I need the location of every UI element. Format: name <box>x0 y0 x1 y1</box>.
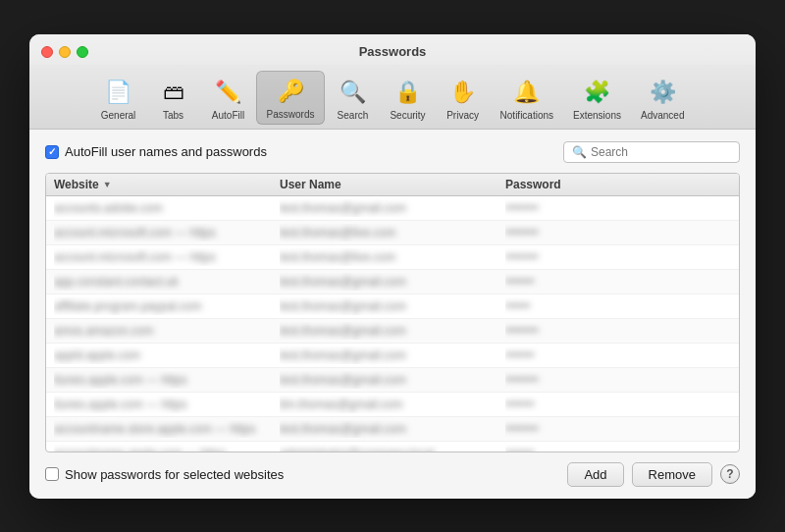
tabs-icon: 🗃 <box>158 77 189 108</box>
toolbar-item-tabs[interactable]: 🗃Tabs <box>146 73 201 125</box>
traffic-lights <box>41 46 88 58</box>
username-cell: administrator@company.local <box>280 445 505 452</box>
maximize-button[interactable] <box>77 46 88 58</box>
password-cell: ••••••• <box>505 273 731 291</box>
show-passwords-checkbox[interactable] <box>45 467 59 481</box>
table-body: accounts.adobe.comtest.thomas@gmail.com•… <box>46 196 739 452</box>
advanced-icon: ⚙️ <box>647 77 678 108</box>
password-cell: •••••••• <box>505 420 731 438</box>
website-cell: accountname.apple.com — https <box>54 445 280 452</box>
username-cell: test.thomas@gmail.com <box>280 346 505 364</box>
username-cell: test.thomas@gmail.com <box>280 297 505 315</box>
password-cell: •••••• <box>505 297 731 315</box>
username-column-header[interactable]: User Name <box>280 178 505 191</box>
window-title: Passwords <box>29 44 756 65</box>
website-cell: affiliate.program.paypal.com <box>54 297 280 315</box>
toolbar-label-privacy: Privacy <box>446 110 479 121</box>
bottom-buttons: Add Remove ? <box>567 462 740 487</box>
username-cell: test.thomas@live.com <box>280 248 505 266</box>
toolbar-item-general[interactable]: 📄General <box>91 73 146 125</box>
password-cell: ••••••• <box>505 445 731 452</box>
close-button[interactable] <box>41 46 53 58</box>
table-row[interactable]: account.microsoft.com — httpstest.thomas… <box>46 245 739 270</box>
table-row[interactable]: itunes.apple.com — httpstest.thomas@gmai… <box>46 368 739 393</box>
table-row[interactable]: appld.apple.comtest.thomas@gmail.com••••… <box>46 344 739 368</box>
main-window: Passwords 📄General🗃Tabs✏️AutoFill🔑Passwo… <box>29 34 756 499</box>
autofill-label: AutoFill user names and passwords <box>65 144 267 159</box>
username-cell: test.thomas@gmail.com <box>280 420 505 438</box>
website-cell: account.microsoft.com — https <box>54 224 280 241</box>
toolbar-label-extensions: Extensions <box>573 110 621 121</box>
add-button[interactable]: Add <box>567 462 623 487</box>
username-cell: tim.thomas@gmail.com <box>280 396 505 413</box>
toolbar-label-tabs: Tabs <box>163 110 183 121</box>
autofill-icon: ✏️ <box>213 77 244 108</box>
help-button[interactable]: ? <box>720 464 740 484</box>
table-row[interactable]: amos.amazon.comtest.thomas@gmail.com••••… <box>46 319 739 344</box>
show-passwords-label: Show passwords for selected websites <box>65 467 284 482</box>
table-header: Website ▼ User Name Password <box>46 174 739 196</box>
password-cell: •••••••• <box>505 224 731 241</box>
password-column-header[interactable]: Password <box>505 178 731 191</box>
website-column-header[interactable]: Website ▼ <box>54 178 280 191</box>
toolbar-item-extensions[interactable]: 🧩Extensions <box>563 73 631 125</box>
autofill-checkbox-group[interactable]: AutoFill user names and passwords <box>45 144 267 159</box>
bottom-bar: Show passwords for selected websites Add… <box>45 462 740 487</box>
toolbar-item-passwords[interactable]: 🔑Passwords <box>256 71 326 125</box>
toolbar-item-search[interactable]: 🔍Search <box>325 73 380 125</box>
password-cell: •••••••• <box>505 322 731 340</box>
username-cell: test.thomas@gmail.com <box>280 199 505 217</box>
toolbar-label-passwords: Passwords <box>267 109 315 120</box>
password-cell: ••••••• <box>505 396 731 413</box>
toolbar-item-advanced[interactable]: ⚙️Advanced <box>631 73 694 125</box>
notifications-icon: 🔔 <box>511 77 543 108</box>
toolbar-label-autofill: AutoFill <box>212 110 244 121</box>
username-cell: test.thomas@live.com <box>280 224 505 241</box>
toolbar-item-autofill[interactable]: ✏️AutoFill <box>201 73 256 125</box>
search-icon: 🔍 <box>337 77 368 108</box>
website-cell: amos.amazon.com <box>54 322 280 340</box>
minimize-button[interactable] <box>59 46 71 58</box>
toolbar-item-security[interactable]: 🔒Security <box>380 73 435 125</box>
toolbar: 📄General🗃Tabs✏️AutoFill🔑Passwords🔍Search… <box>29 65 756 129</box>
toolbar-item-notifications[interactable]: 🔔Notifications <box>491 73 563 125</box>
website-cell: account.microsoft.com — https <box>54 248 280 266</box>
toolbar-label-general: General <box>101 110 136 121</box>
password-cell: •••••••• <box>505 371 731 389</box>
sort-arrow-icon: ▼ <box>103 180 112 189</box>
password-cell: ••••••• <box>505 346 731 364</box>
passwords-table: Website ▼ User Name Password accounts.ad… <box>45 173 740 452</box>
table-row[interactable]: account.microsoft.com — httpstest.thomas… <box>46 221 739 245</box>
username-cell: test.thomas@gmail.com <box>280 371 505 389</box>
table-row[interactable]: accountname.store.apple.com — httpstest.… <box>46 417 739 442</box>
show-passwords-checkbox-group[interactable]: Show passwords for selected websites <box>45 467 284 482</box>
general-icon: 📄 <box>103 77 134 108</box>
toolbar-item-privacy[interactable]: ✋Privacy <box>436 73 491 125</box>
toolbar-label-search: Search <box>338 110 369 121</box>
passwords-icon: 🔑 <box>275 76 306 107</box>
toolbar-label-security: Security <box>390 110 425 121</box>
top-bar: AutoFill user names and passwords 🔍 <box>45 141 740 163</box>
website-cell: appld.apple.com <box>54 346 280 364</box>
titlebar: Passwords 📄General🗃Tabs✏️AutoFill🔑Passwo… <box>29 34 756 130</box>
toolbar-label-notifications: Notifications <box>500 110 553 121</box>
toolbar-label-advanced: Advanced <box>641 110 684 121</box>
password-cell: •••••••• <box>505 248 731 266</box>
username-cell: test.thomas@gmail.com <box>280 273 505 291</box>
remove-button[interactable]: Remove <box>632 462 712 487</box>
privacy-icon: ✋ <box>447 77 479 108</box>
table-row[interactable]: itunes.apple.com — httpstim.thomas@gmail… <box>46 393 739 417</box>
table-row[interactable]: accountname.apple.com — httpsadministrat… <box>46 442 739 452</box>
search-icon: 🔍 <box>572 145 587 159</box>
table-row[interactable]: accounts.adobe.comtest.thomas@gmail.com•… <box>46 196 739 221</box>
autofill-checkbox[interactable] <box>45 145 59 159</box>
search-box[interactable]: 🔍 <box>563 141 740 163</box>
website-cell: itunes.apple.com — https <box>54 396 280 413</box>
username-cell: test.thomas@gmail.com <box>280 322 505 340</box>
table-row[interactable]: affiliate.program.paypal.comtest.thomas@… <box>46 294 739 319</box>
security-icon: 🔒 <box>392 77 424 108</box>
website-cell: app.constant.contact.uk <box>54 273 280 291</box>
table-row[interactable]: app.constant.contact.uktest.thomas@gmail… <box>46 270 739 294</box>
extensions-icon: 🧩 <box>582 77 613 108</box>
search-input[interactable] <box>591 145 731 159</box>
